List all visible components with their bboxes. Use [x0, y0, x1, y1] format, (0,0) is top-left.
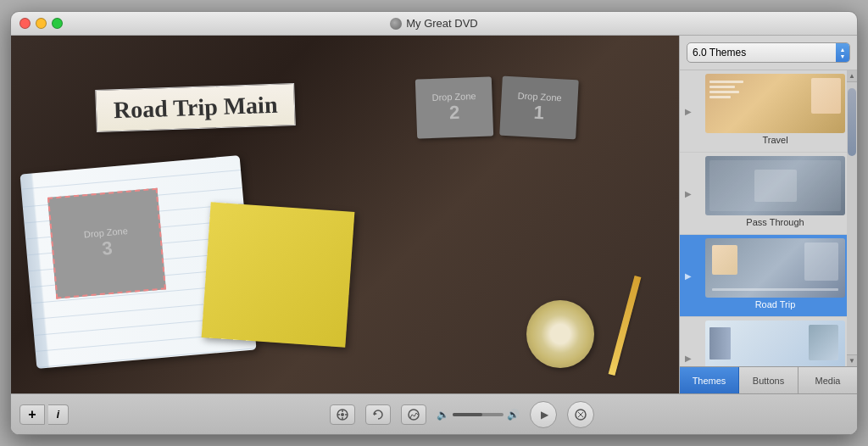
add-button[interactable]: +: [19, 404, 45, 425]
theme-arrow-roadtrip: ▶: [685, 271, 695, 281]
main-window: My Great DVD Road Trip Main Drop Zone 2 …: [10, 11, 858, 435]
theme-item-passthrough[interactable]: ▶ Pass Through: [680, 153, 857, 235]
road-trip-label: Road Trip Main: [95, 83, 296, 132]
titlebar-buttons: [19, 18, 63, 29]
select-arrow-icon: ▲ ▼: [836, 43, 849, 62]
tab-media[interactable]: Media: [798, 367, 857, 393]
video-background: Road Trip Main Drop Zone 2 Drop Zone 1 D…: [11, 36, 679, 393]
volume-max-icon: 🔊: [507, 409, 520, 421]
theme-selector[interactable]: 6.0 Themes ▲ ▼: [687, 42, 850, 63]
sticky-note: [202, 202, 355, 347]
theme-thumb-travel: [705, 74, 845, 133]
svg-marker-6: [374, 412, 377, 415]
video-preview: Road Trip Main Drop Zone 2 Drop Zone 1 D…: [11, 36, 679, 393]
toolbar: + i: [11, 393, 857, 434]
scroll-down[interactable]: ▼: [847, 354, 857, 366]
play-button[interactable]: ▶: [530, 401, 557, 428]
theme-arrow-travel: ▶: [685, 107, 695, 116]
titlebar: My Great DVD: [11, 12, 857, 36]
minimize-button[interactable]: [36, 18, 47, 29]
drop-zone-2: Drop Zone 2: [415, 76, 493, 138]
rotate-button[interactable]: [365, 404, 391, 425]
close-button[interactable]: [19, 18, 31, 29]
toolbar-center: 🔈 🔊 ▶: [75, 401, 849, 428]
fullscreen-button[interactable]: [567, 401, 594, 428]
volume-slider-track[interactable]: [453, 413, 504, 416]
toolbar-left: + i: [19, 404, 69, 425]
theme-name-travel: Travel: [698, 133, 852, 148]
preview-icon: [407, 408, 420, 421]
svg-point-7: [409, 410, 419, 420]
themes-list: ▶: [680, 70, 857, 366]
rotate-icon: [371, 408, 385, 421]
theme-arrow-reflection: ▶: [685, 354, 695, 363]
tape-spool: [526, 300, 594, 368]
tab-themes[interactable]: Themes: [680, 367, 739, 393]
theme-selector-label: 6.0 Themes: [693, 47, 746, 59]
preview-button[interactable]: [401, 404, 426, 425]
panel-scrollbar[interactable]: ▲ ▼: [847, 70, 857, 366]
info-button[interactable]: i: [48, 404, 69, 425]
main-content: Road Trip Main Drop Zone 2 Drop Zone 1 D…: [11, 36, 857, 393]
panel-tabs: Themes Buttons Media: [680, 366, 857, 393]
theme-name-roadtrip: Road Trip: [698, 298, 852, 313]
svg-point-1: [341, 413, 344, 416]
window-title: My Great DVD: [390, 17, 478, 30]
scroll-up[interactable]: ▲: [847, 70, 857, 82]
volume-control: 🔈 🔊: [437, 409, 520, 421]
drop-zone-3: Drop Zone 3: [47, 188, 166, 299]
right-panel: 6.0 Themes ▲ ▼ ▶: [679, 36, 857, 393]
theme-item-reflection[interactable]: ▶ Reflection White: [680, 317, 857, 366]
scrollbar-thumb[interactable]: [848, 88, 856, 156]
theme-thumb-passthrough: [705, 156, 845, 215]
theme-item-travel[interactable]: ▶: [680, 70, 857, 153]
tab-buttons[interactable]: Buttons: [739, 367, 798, 393]
volume-mute-icon: 🔈: [437, 409, 449, 421]
burn-icon: [336, 408, 349, 421]
maximize-button[interactable]: [52, 18, 63, 29]
theme-arrow-passthrough: ▶: [685, 189, 695, 198]
theme-thumb-reflection: [705, 321, 845, 366]
panel-header: 6.0 Themes ▲ ▼: [680, 36, 857, 70]
fullscreen-icon: [574, 408, 587, 421]
drop-zone-1: Drop Zone 1: [499, 76, 579, 140]
volume-slider-fill: [453, 413, 482, 416]
theme-name-passthrough: Pass Through: [698, 215, 852, 231]
theme-thumb-roadtrip: [705, 238, 845, 298]
burn-button[interactable]: [330, 404, 355, 425]
theme-item-roadtrip[interactable]: ▶ Road Trip: [680, 235, 857, 317]
pencil: [609, 276, 642, 376]
disc-icon: [390, 18, 402, 30]
